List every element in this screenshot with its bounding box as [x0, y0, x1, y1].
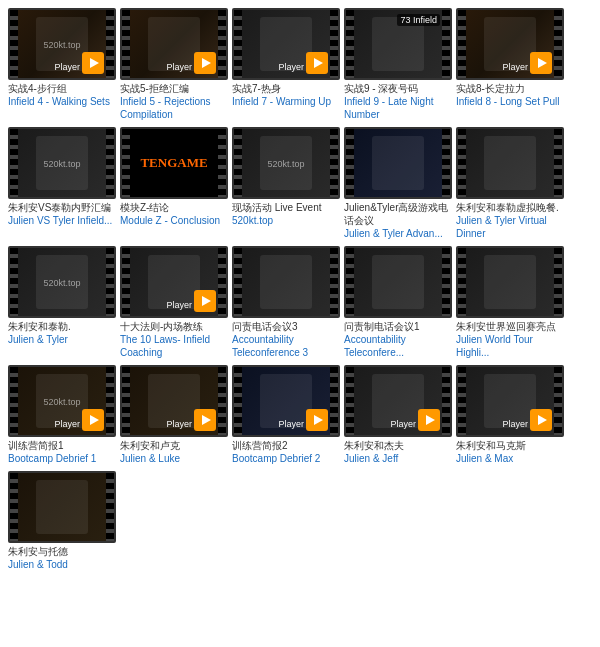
thumbnail-6: 520kt.top	[8, 127, 116, 199]
video-item-9[interactable]: Julien&Tyler高级游戏电话会议Julien & Tyler Advan…	[344, 127, 452, 242]
play-label-20: Player	[502, 419, 528, 429]
item-en-6: Julien VS Tyler Infield...	[8, 214, 116, 227]
item-cn-14: 问责制电话会议1	[344, 320, 452, 333]
video-item-3[interactable]: Player实战7-热身Infield 7 - Warming Up	[232, 8, 340, 123]
video-item-5[interactable]: Player实战8-长定拉力Infield 8 - Long Set Pull	[456, 8, 564, 123]
video-item-14[interactable]: 问责制电话会议1Accountability Teleconfere...	[344, 246, 452, 361]
thumbnail-3: Player	[232, 8, 340, 80]
thumbnail-1: Player520kt.top	[8, 8, 116, 80]
item-cn-18: 训练营简报2	[232, 439, 340, 452]
item-text-12: 十大法则-内场教练The 10 Laws- Infield Coaching	[120, 318, 228, 361]
item-cn-15: 朱利安世界巡回赛亮点	[456, 320, 564, 333]
video-item-2[interactable]: Player实战5-拒绝汇编Infield 5 - Rejections Com…	[120, 8, 228, 123]
item-text-14: 问责制电话会议1Accountability Teleconfere...	[344, 318, 452, 361]
video-item-7[interactable]: TENGAME模块Z-结论Module Z - Conclusion	[120, 127, 228, 242]
play-button-12[interactable]	[194, 290, 216, 312]
item-text-4: 实战9 - 深夜号码Infield 9 - Late Night Number	[344, 80, 452, 123]
video-item-20[interactable]: Player朱利安和马克斯Julien & Max	[456, 365, 564, 467]
video-item-1[interactable]: Player520kt.top实战4-步行组Infield 4 - Walkin…	[8, 8, 116, 123]
item-en-18: Bootcamp Debrief 2	[232, 452, 340, 465]
play-label-18: Player	[278, 419, 304, 429]
video-item-8[interactable]: 520kt.top现场活动 Live Event520kt.top	[232, 127, 340, 242]
play-button-2[interactable]	[194, 52, 216, 74]
item-en-15: Julien World Tour Highli...	[456, 333, 564, 359]
play-button-17[interactable]	[194, 409, 216, 431]
thumbnail-12: Player	[120, 246, 228, 318]
play-label-3: Player	[278, 62, 304, 72]
thumbnail-20: Player	[456, 365, 564, 437]
item-en-14: Accountability Teleconfere...	[344, 333, 452, 359]
item-text-18: 训练营简报2Bootcamp Debrief 2	[232, 437, 340, 467]
video-item-10[interactable]: 朱利安和泰勒虚拟晚餐.Julien & Tyler Virtual Dinner	[456, 127, 564, 242]
video-item-21[interactable]: 朱利安与托德Julien & Todd	[8, 471, 116, 573]
play-label-5: Player	[502, 62, 528, 72]
item-text-16: 训练营简报1Bootcamp Debrief 1	[8, 437, 116, 467]
item-text-7: 模块Z-结论Module Z - Conclusion	[120, 199, 228, 229]
thumbnail-19: Player	[344, 365, 452, 437]
item-cn-3: 实战7-热身	[232, 82, 340, 95]
item-en-13: Accountability Teleconference 3	[232, 333, 340, 359]
video-item-17[interactable]: Player朱利安和卢克Julien & Luke	[120, 365, 228, 467]
item-cn-2: 实战5-拒绝汇编	[120, 82, 228, 95]
thumbnail-9	[344, 127, 452, 199]
video-item-16[interactable]: Player520kt.top训练营简报1Bootcamp Debrief 1	[8, 365, 116, 467]
item-cn-8: 现场活动 Live Event	[232, 201, 340, 214]
play-label-17: Player	[166, 419, 192, 429]
video-item-18[interactable]: Player训练营简报2Bootcamp Debrief 2	[232, 365, 340, 467]
item-en-3: Infield 7 - Warming Up	[232, 95, 340, 108]
item-cn-4: 实战9 - 深夜号码	[344, 82, 452, 95]
item-text-17: 朱利安和卢克Julien & Luke	[120, 437, 228, 467]
play-button-20[interactable]	[530, 409, 552, 431]
item-cn-13: 问责电话会议3	[232, 320, 340, 333]
thumbnail-4: 73 Infield	[344, 8, 452, 80]
video-item-13[interactable]: 问责电话会议3Accountability Teleconference 3	[232, 246, 340, 361]
item-en-7: Module Z - Conclusion	[120, 214, 228, 227]
item-cn-12: 十大法则-内场教练	[120, 320, 228, 333]
item-cn-17: 朱利安和卢克	[120, 439, 228, 452]
play-label-1: Player	[54, 62, 80, 72]
thumbnail-16: Player520kt.top	[8, 365, 116, 437]
item-text-10: 朱利安和泰勒虚拟晚餐.Julien & Tyler Virtual Dinner	[456, 199, 564, 242]
video-item-15[interactable]: 朱利安世界巡回赛亮点Julien World Tour Highli...	[456, 246, 564, 361]
video-item-6[interactable]: 520kt.top朱利安VS泰勒内野汇编Julien VS Tyler Infi…	[8, 127, 116, 242]
play-button-19[interactable]	[418, 409, 440, 431]
item-en-2: Infield 5 - Rejections Compilation	[120, 95, 228, 121]
thumbnail-18: Player	[232, 365, 340, 437]
item-cn-19: 朱利安和杰夫	[344, 439, 452, 452]
item-text-6: 朱利安VS泰勒内野汇编Julien VS Tyler Infield...	[8, 199, 116, 229]
item-cn-7: 模块Z-结论	[120, 201, 228, 214]
play-button-18[interactable]	[306, 409, 328, 431]
video-item-12[interactable]: Player十大法则-内场教练The 10 Laws- Infield Coac…	[120, 246, 228, 361]
video-grid: Player520kt.top实战4-步行组Infield 4 - Walkin…	[0, 0, 600, 581]
count-badge-4: 73 Infield	[397, 14, 440, 26]
item-en-21: Julien & Todd	[8, 558, 116, 571]
video-item-11[interactable]: 520kt.top朱利安和泰勒.Julien & Tyler	[8, 246, 116, 361]
item-cn-11: 朱利安和泰勒.	[8, 320, 116, 333]
item-en-8: 520kt.top	[232, 214, 340, 227]
thumbnail-5: Player	[456, 8, 564, 80]
item-text-3: 实战7-热身Infield 7 - Warming Up	[232, 80, 340, 110]
video-item-4[interactable]: 73 Infield实战9 - 深夜号码Infield 9 - Late Nig…	[344, 8, 452, 123]
item-cn-21: 朱利安与托德	[8, 545, 116, 558]
thumbnail-7: TENGAME	[120, 127, 228, 199]
item-cn-20: 朱利安和马克斯	[456, 439, 564, 452]
thumbnail-2: Player	[120, 8, 228, 80]
item-text-5: 实战8-长定拉力Infield 8 - Long Set Pull	[456, 80, 564, 110]
item-text-20: 朱利安和马克斯Julien & Max	[456, 437, 564, 467]
item-en-20: Julien & Max	[456, 452, 564, 465]
play-label-19: Player	[390, 419, 416, 429]
play-button-3[interactable]	[306, 52, 328, 74]
item-cn-5: 实战8-长定拉力	[456, 82, 564, 95]
thumbnail-14	[344, 246, 452, 318]
item-en-5: Infield 8 - Long Set Pull	[456, 95, 564, 108]
play-button-16[interactable]	[82, 409, 104, 431]
item-text-11: 朱利安和泰勒.Julien & Tyler	[8, 318, 116, 348]
item-text-21: 朱利安与托德Julien & Todd	[8, 543, 116, 573]
item-en-16: Bootcamp Debrief 1	[8, 452, 116, 465]
play-button-1[interactable]	[82, 52, 104, 74]
video-item-19[interactable]: Player朱利安和杰夫Julien & Jeff	[344, 365, 452, 467]
item-en-17: Julien & Luke	[120, 452, 228, 465]
item-cn-16: 训练营简报1	[8, 439, 116, 452]
thumbnail-11: 520kt.top	[8, 246, 116, 318]
play-button-5[interactable]	[530, 52, 552, 74]
